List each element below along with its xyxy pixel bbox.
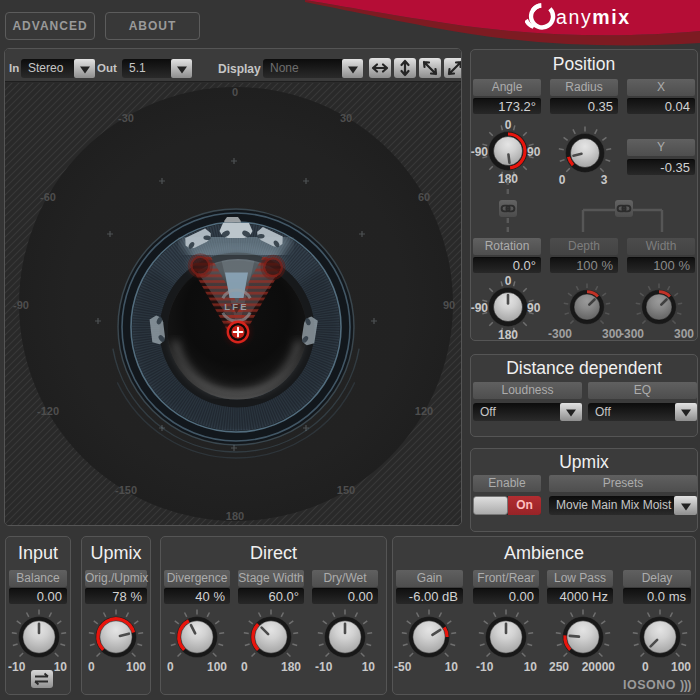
svg-text:-90: -90 bbox=[470, 300, 488, 314]
svg-text:-300: -300 bbox=[620, 327, 644, 341]
svg-text:90: 90 bbox=[527, 145, 541, 159]
svg-text:180: 180 bbox=[498, 328, 518, 342]
svg-text:-90: -90 bbox=[470, 145, 488, 159]
svg-text:LFE: LFE bbox=[224, 301, 249, 312]
svg-text:60: 60 bbox=[418, 191, 430, 203]
svg-text:-30: -30 bbox=[118, 112, 134, 124]
svg-text:0: 0 bbox=[504, 118, 511, 132]
svg-text:180: 180 bbox=[226, 510, 244, 522]
svg-text:0: 0 bbox=[232, 86, 238, 98]
svg-text:-120: -120 bbox=[37, 405, 59, 417]
svg-text:150: 150 bbox=[337, 484, 355, 496]
svg-text:-300: -300 bbox=[548, 327, 572, 341]
svg-text:300: 300 bbox=[674, 327, 694, 341]
svg-text:120: 120 bbox=[415, 405, 433, 417]
svg-text:-90: -90 bbox=[13, 299, 29, 311]
svg-text:-60: -60 bbox=[40, 191, 56, 203]
svg-text:-150: -150 bbox=[115, 484, 137, 496]
svg-text:30: 30 bbox=[340, 112, 352, 124]
svg-text:0: 0 bbox=[504, 274, 511, 288]
